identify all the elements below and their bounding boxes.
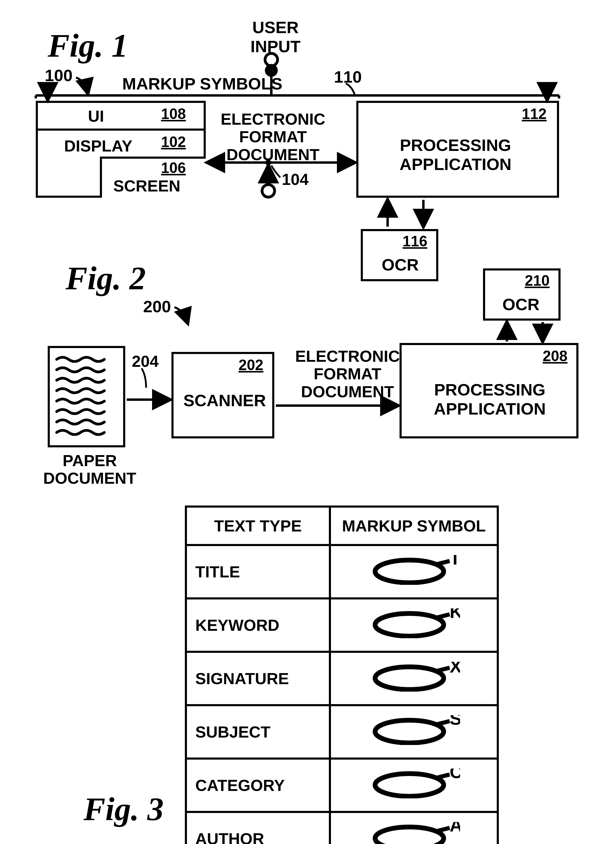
svg-point-0 xyxy=(375,560,444,583)
fig2-scanner-label: SCANNER xyxy=(183,391,266,410)
fig1-user-input-label: USER INPUT xyxy=(251,18,301,56)
fig1-markup-symbols-label: MARKUP SYMBOLS xyxy=(122,74,282,93)
cell-type: SUBJECT xyxy=(186,705,330,759)
cell-type: CATEGORY xyxy=(186,759,330,812)
svg-point-3 xyxy=(375,614,444,636)
table-row: CATEGORY C xyxy=(186,759,498,812)
fig1-title: Fig. 1 xyxy=(48,27,128,65)
fig1-ui-label: UI xyxy=(88,107,104,125)
fig1-efd-label: ELECTRONIC FORMAT DOCUMENT xyxy=(221,110,325,163)
table-row: AUTHOR A xyxy=(186,812,498,844)
cell-type: KEYWORD xyxy=(186,599,330,652)
fig1-ref-102: 102 xyxy=(161,133,186,151)
fig1-display-label: DISPLAY xyxy=(64,137,132,155)
fig1-ref-104: 104 xyxy=(282,170,309,188)
fig3-title: Fig. 3 xyxy=(84,790,164,828)
svg-text:X: X xyxy=(450,662,460,677)
fig1-ref-100: 100 xyxy=(45,66,72,85)
fig3-table: TEXT TYPE MARKUP SYMBOL TITLE T KEYWORD … xyxy=(185,505,499,844)
svg-line-2 xyxy=(438,561,450,564)
svg-point-9 xyxy=(375,720,444,743)
fig2-ref-210: 210 xyxy=(525,272,550,289)
header-markup-symbol: MARKUP SYMBOL xyxy=(330,507,498,545)
fig1-procapp-label: PROCESSING APPLICATION xyxy=(399,136,511,174)
cell-symbol: X xyxy=(330,652,498,705)
fig2-title: Fig. 2 xyxy=(66,260,146,297)
fig1-screen-label: SCREEN xyxy=(113,176,180,195)
table-header-row: TEXT TYPE MARKUP SYMBOL xyxy=(186,507,498,545)
cell-symbol: A xyxy=(330,812,498,844)
svg-line-11 xyxy=(438,721,450,724)
fig2-ocr-label: OCR xyxy=(502,295,539,314)
cell-type: AUTHOR xyxy=(186,812,330,844)
fig1-ref-112: 112 xyxy=(522,105,547,123)
cell-symbol: K xyxy=(330,599,498,652)
cell-symbol: T xyxy=(330,545,498,599)
fig2-ref-204: 204 xyxy=(132,352,158,370)
markup-symbol-icon: A xyxy=(368,822,460,844)
fig2-paper-box xyxy=(48,346,125,447)
fig1-ref-116: 116 xyxy=(402,233,427,250)
cell-type: TITLE xyxy=(186,545,330,599)
svg-line-5 xyxy=(438,614,450,617)
fig2-procapp-label: PROCESSING APPLICATION xyxy=(434,380,546,419)
svg-text:A: A xyxy=(450,822,460,835)
markup-symbol-icon: S xyxy=(368,715,460,745)
svg-text:T: T xyxy=(450,555,460,568)
svg-text:C: C xyxy=(450,769,460,782)
svg-point-15 xyxy=(375,827,444,844)
header-text-type: TEXT TYPE xyxy=(186,507,330,545)
svg-text:K: K xyxy=(450,608,460,622)
table-row: SIGNATURE X xyxy=(186,652,498,705)
fig2-ref-200: 200 xyxy=(143,297,171,316)
fig1-ref-106: 106 xyxy=(161,159,186,176)
cell-symbol: S xyxy=(330,705,498,759)
svg-line-17 xyxy=(438,828,450,831)
fig2-paper-label: PAPER DOCUMENT xyxy=(43,452,136,487)
table-row: KEYWORD K xyxy=(186,599,498,652)
markup-symbol-icon: X xyxy=(368,662,460,691)
svg-point-6 xyxy=(375,667,444,690)
fig1-ocr-label: OCR xyxy=(382,255,419,274)
fig1-ref-110: 110 xyxy=(334,67,362,87)
svg-line-8 xyxy=(438,668,450,671)
fig2-ref-202: 202 xyxy=(239,357,263,374)
markup-symbol-icon: T xyxy=(368,555,460,585)
table-row: SUBJECT S xyxy=(186,705,498,759)
table-row: TITLE T xyxy=(186,545,498,599)
cell-type: SIGNATURE xyxy=(186,652,330,705)
markup-symbol-icon: K xyxy=(368,608,460,638)
cell-symbol: C xyxy=(330,759,498,812)
fig2-ref-208: 208 xyxy=(543,348,568,365)
svg-point-12 xyxy=(375,774,444,796)
svg-line-14 xyxy=(438,775,450,778)
svg-text:S: S xyxy=(450,715,460,729)
fig2-efd-label: ELECTRONIC FORMAT DOCUMENT xyxy=(295,348,400,401)
markup-symbol-icon: C xyxy=(368,769,460,798)
fig1-ref-108: 108 xyxy=(161,105,186,123)
